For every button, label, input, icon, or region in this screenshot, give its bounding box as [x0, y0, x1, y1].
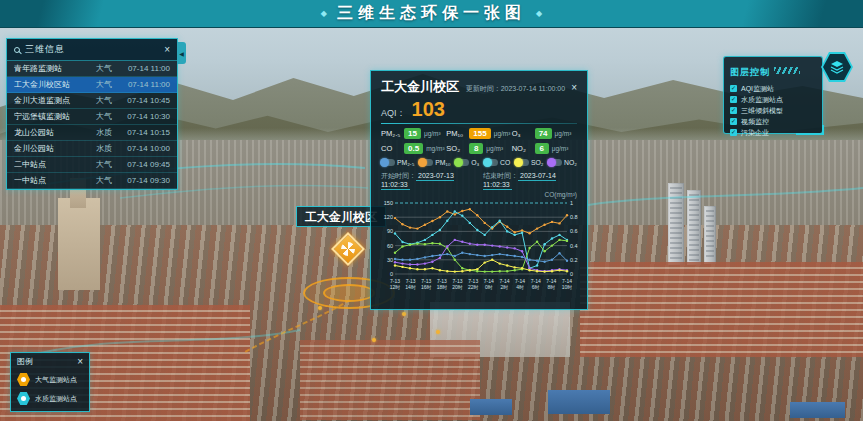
checkbox-icon[interactable]: ✓ — [730, 107, 737, 114]
marker-dot — [402, 312, 406, 316]
pollutant-name: CO — [381, 144, 401, 153]
pollutant-value-badge: 8 — [469, 143, 483, 154]
series-toggle[interactable]: SO₂ — [515, 159, 543, 166]
station-name: 工大金川校区站 — [14, 79, 96, 90]
header-ornament-right: ◆ — [536, 9, 542, 18]
search-result-row[interactable]: 龙山公园站水质07-14 10:15 — [7, 125, 177, 141]
legend-item-label: 大气监测站点 — [35, 375, 77, 385]
pollutant-cell: SO₂8μg/m³ — [446, 143, 511, 154]
pollutant-unit: μg/m³ — [486, 145, 503, 152]
close-icon[interactable]: × — [571, 83, 577, 93]
station-time: 07-14 10:15 — [118, 128, 170, 137]
svg-text:7-1316时: 7-1316时 — [421, 278, 432, 290]
series-toggle[interactable]: CO — [484, 159, 510, 166]
svg-text:0: 0 — [390, 271, 393, 277]
svg-text:30: 30 — [387, 257, 393, 263]
pollutant-trend-chart[interactable]: 030609012015000.20.40.60.817-1312时7-1314… — [381, 198, 579, 302]
search-result-row[interactable]: 金川公园站水质07-14 10:00 — [7, 141, 177, 157]
warehouse — [470, 399, 512, 415]
svg-text:7-142时: 7-142时 — [499, 278, 509, 290]
search-result-row[interactable]: 工大金川校区站大气07-14 11:00 — [7, 77, 177, 93]
update-time-label: 更新时间： — [466, 85, 501, 92]
svg-text:7-1314时: 7-1314时 — [405, 278, 416, 290]
svg-text:7-140时: 7-140时 — [484, 278, 494, 290]
pollutant-name: PM₂.₅ — [381, 129, 401, 138]
tower — [687, 190, 701, 265]
station-type: 大气 — [96, 79, 118, 90]
station-type: 水质 — [96, 143, 118, 154]
station-name: 金川大道监测点 — [14, 95, 96, 106]
close-icon[interactable]: × — [77, 357, 83, 367]
right-axis-title: CO(mg/m³) — [381, 191, 577, 198]
pollutant-unit: μg/m³ — [494, 130, 511, 137]
series-toggle[interactable]: PM₂.₅ — [381, 159, 414, 166]
svg-text:0.4: 0.4 — [570, 243, 578, 249]
station-time: 07-14 11:00 — [118, 64, 170, 73]
layer-item[interactable]: ✓水质监测站点 — [730, 94, 816, 105]
layer-item-label: 三维倾斜模型 — [741, 106, 783, 116]
pollutant-value-badge: 6 — [535, 143, 549, 154]
legend-item: 水质监测站点 — [17, 392, 83, 405]
pollutant-unit: μg/m³ — [424, 130, 441, 137]
checkbox-icon[interactable]: ✓ — [730, 118, 737, 125]
tower — [704, 206, 716, 264]
station-type: 大气 — [96, 175, 118, 186]
pollutant-name: NO₂ — [512, 144, 532, 153]
pollutant-name: PM₁₀ — [446, 129, 466, 138]
pollutant-unit: mg/m³ — [426, 145, 444, 152]
layer-item[interactable]: ✓三维倾斜模型 — [730, 105, 816, 116]
search-result-row[interactable]: 一中站点大气07-14 09:30 — [7, 173, 177, 189]
series-toggle-label: O₃ — [471, 159, 479, 166]
series-toggle[interactable]: NO₂ — [548, 159, 577, 166]
checkbox-icon[interactable]: ✓ — [730, 85, 737, 92]
checkbox-icon[interactable]: ✓ — [730, 96, 737, 103]
station-type: 大气 — [96, 111, 118, 122]
station-name: 一中站点 — [14, 175, 96, 186]
layer-item[interactable]: ✓视频监控 — [730, 116, 816, 127]
legend-title: 图例 — [17, 356, 77, 367]
station-title: 工大金川校区 — [381, 78, 459, 96]
svg-text:7-1312时: 7-1312时 — [390, 278, 401, 290]
station-name: 金川公园站 — [14, 143, 96, 154]
layer-item[interactable]: ✓AQI监测站 — [730, 83, 816, 94]
svg-text:7-144时: 7-144时 — [515, 278, 525, 290]
layer-panel-title: 图层控制 — [730, 67, 770, 77]
pollutant-cell: PM₂.₅15μg/m³ — [381, 128, 446, 139]
series-toggle[interactable]: PM₁₀ — [419, 159, 450, 166]
search-result-row[interactable]: 宁远堡镇监测站大气07-14 10:30 — [7, 109, 177, 125]
station-time: 07-14 11:00 — [118, 80, 170, 89]
legend-item-label: 水质监测站点 — [35, 394, 77, 404]
close-icon[interactable]: × — [164, 45, 170, 55]
svg-text:7-1322时: 7-1322时 — [468, 278, 479, 290]
series-toggle-row: PM₂.₅PM₁₀O₃COSO₂NO₂ — [381, 159, 577, 166]
search-icon — [14, 47, 20, 53]
search-result-row[interactable]: 二中站点大气07-14 09:45 — [7, 157, 177, 173]
warehouse — [790, 402, 845, 418]
marker-dot — [436, 330, 440, 334]
building — [58, 198, 100, 290]
icon-dot — [21, 396, 26, 401]
header-ornament-left: ◆ — [321, 9, 327, 18]
toggle-switch — [515, 159, 529, 166]
pollutant-value-badge: 0.5 — [404, 143, 423, 154]
page-title: 三维生态环保一张图 — [337, 3, 526, 24]
station-detail-popup: 工大金川校区 更新时间：2023-07-14 11:00:00 × AQI： 1… — [370, 70, 588, 310]
svg-text:150: 150 — [384, 200, 393, 206]
checkbox-icon[interactable]: ✓ — [730, 129, 737, 136]
svg-text:90: 90 — [387, 228, 393, 234]
fan-icon — [341, 242, 355, 256]
layer-item[interactable]: ✓污染企业 — [730, 127, 816, 138]
toggle-switch — [419, 159, 433, 166]
pollutant-unit: μg/m³ — [555, 130, 572, 137]
layer-item-label: 水质监测站点 — [741, 95, 783, 105]
search-result-row[interactable]: 青年路监测站大气07-14 11:00 — [7, 61, 177, 77]
svg-text:0: 0 — [570, 271, 573, 277]
water-station-icon — [17, 392, 30, 405]
panel-collapse-handle[interactable]: ◀ — [177, 42, 186, 64]
time-range-row: 开始时间：2023-07-13 11:02:33 结束时间：2023-07-14… — [381, 171, 577, 188]
search-result-row[interactable]: 金川大道监测点大气07-14 10:45 — [7, 93, 177, 109]
apartments — [580, 262, 863, 357]
series-toggle-label: PM₁₀ — [435, 159, 450, 166]
station-time: 07-14 10:00 — [118, 144, 170, 153]
series-toggle[interactable]: O₃ — [455, 159, 479, 166]
